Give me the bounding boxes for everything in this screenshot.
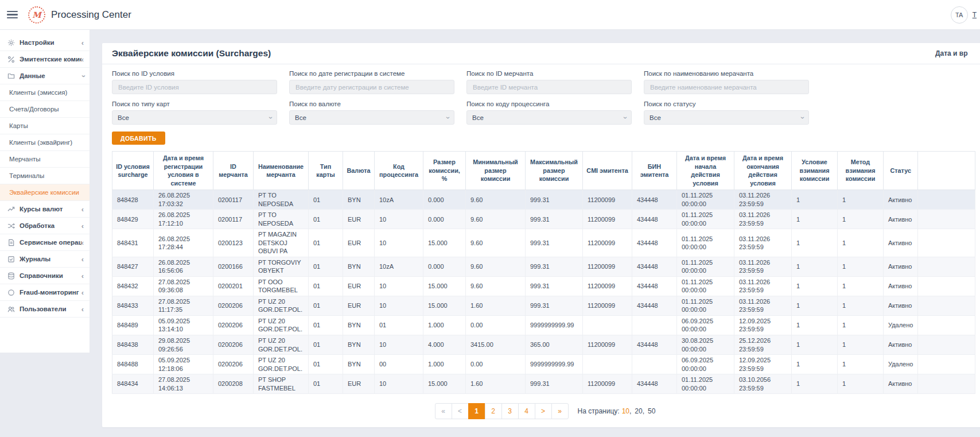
column-header-6: Код процессинга: [375, 152, 423, 190]
chevron-left-icon: ‹: [81, 39, 84, 47]
cell: 06.09.2025 00:00:00: [677, 315, 734, 335]
cell: 0.00: [466, 355, 526, 374]
sidebar-item-label: Курсы валют: [20, 206, 63, 212]
table-row-5[interactable]: 84843327.08.2025 11:17:350200206PT UZ 20…: [112, 296, 975, 315]
cell: 0200166: [213, 257, 254, 276]
logo-monogram: M: [32, 10, 41, 20]
sidebar-subitem-5[interactable]: Карты: [0, 118, 90, 134]
sidebar-subitem-8[interactable]: Терминалы: [0, 168, 90, 184]
page-4-button[interactable]: 4: [518, 403, 535, 419]
page-3-button[interactable]: 3: [501, 403, 519, 419]
cell: 999.31: [526, 229, 583, 257]
sidebar-subitem-6[interactable]: Клиенты (эквайринг): [0, 134, 90, 151]
card-type-select[interactable]: Все‹: [112, 110, 277, 125]
reg-date-input[interactable]: [289, 80, 454, 94]
cell: [583, 355, 632, 374]
folder-icon: [7, 72, 15, 80]
page-last-button[interactable]: »: [551, 403, 569, 419]
page-2-button[interactable]: 2: [485, 403, 502, 419]
hamburger-menu-icon[interactable]: [7, 11, 18, 19]
user-name-link[interactable]: T: [973, 11, 977, 19]
page-first-button[interactable]: «: [435, 403, 452, 419]
per-page-option-10[interactable]: 10: [622, 407, 629, 415]
cell: 848427: [112, 257, 154, 276]
header-right-text: Дата и вр: [935, 49, 968, 57]
cell: Активно: [884, 335, 918, 354]
sidebar: Настройки‹Эмитентские комиссии‹Данные‹Кл…: [0, 30, 90, 353]
sidebar-subitem-9[interactable]: Эквайерские комиссии: [0, 184, 90, 201]
add-button[interactable]: ДОБАВИТЬ: [112, 132, 165, 145]
sidebar-item-16[interactable]: Пользователи‹: [0, 301, 90, 318]
cell: 11200099: [583, 374, 632, 394]
sidebar-item-12[interactable]: Сервисные операции‹: [0, 234, 90, 251]
status-select[interactable]: Все‹: [644, 110, 809, 125]
cell: Активно: [884, 210, 918, 229]
sidebar-item-13[interactable]: Журналы‹: [0, 251, 90, 268]
page-1-button[interactable]: 1: [468, 403, 485, 419]
sidebar-item-11[interactable]: Обработка‹: [0, 218, 90, 234]
cell: [918, 355, 975, 374]
currency-select[interactable]: Все‹: [289, 110, 454, 125]
cell: 26.08.2025 17:12:10: [154, 210, 213, 229]
sidebar-item-10[interactable]: Курсы валют‹: [0, 201, 90, 218]
column-header-5: Валюта: [343, 152, 375, 190]
cell: BYN: [343, 335, 375, 354]
cell: 848432: [112, 276, 154, 296]
sidebar-subitem-3[interactable]: Клиенты (эмиссия): [0, 84, 90, 101]
column-header-7: Размер комиссии, %: [423, 152, 466, 190]
cell: [918, 257, 975, 276]
percent-icon: [7, 55, 15, 63]
per-page-option-20[interactable]: 20: [635, 407, 642, 415]
cell: EUR: [343, 374, 375, 394]
table-row-4[interactable]: 84843227.08.2025 09:36:080200201PT OOO T…: [112, 276, 975, 296]
table-header-row: ID условия surchargeДата и время регистр…: [112, 152, 975, 190]
sidebar-item-1[interactable]: Эмитентские комиссии‹: [0, 51, 90, 68]
filter-field: Поиск по валютеВсе‹: [289, 100, 454, 125]
merchant-name-input[interactable]: [644, 80, 809, 94]
sidebar-item-label: Данные: [20, 72, 45, 79]
cell: 26.08.2025 17:03:32: [154, 190, 213, 210]
table-row-3[interactable]: 84842726.08.2025 16:56:060200166PT TORGO…: [112, 257, 975, 276]
table-row-2[interactable]: 84843126.08.2025 17:28:440200123PT MAGAZ…: [112, 229, 975, 257]
processing-code-select[interactable]: Все‹: [466, 110, 632, 125]
condition-id-input[interactable]: [112, 80, 277, 94]
cell: PT OOO TORGMEBEL: [254, 276, 309, 296]
user-avatar[interactable]: TA: [951, 6, 968, 24]
cell: [918, 374, 975, 394]
table-row-8[interactable]: 84848805.09.2025 12:18:060200206PT UZ 20…: [112, 355, 975, 374]
cell: 11200099: [583, 210, 632, 229]
cell: [918, 335, 975, 354]
cell: 10: [375, 374, 423, 394]
cell: PT TO NEPOSEDA: [254, 210, 309, 229]
cell: 01: [309, 374, 343, 394]
sidebar-item-label: Fraud-мониторинг: [20, 289, 79, 296]
cell: 0.000: [423, 257, 466, 276]
cell: PT UZ 20 GOR.DET.POL.: [254, 296, 309, 315]
per-page-option-50[interactable]: 50: [648, 407, 655, 415]
table-row-7[interactable]: 84843829.08.2025 09:26:560200206PT UZ 20…: [112, 335, 975, 354]
page-prev-button[interactable]: <: [452, 403, 469, 419]
cell: PT TORGOVIY OBYEKT: [254, 257, 309, 276]
select-value: Все: [650, 114, 661, 121]
table-row-1[interactable]: 84842926.08.2025 17:12:100200117PT TO NE…: [112, 210, 975, 229]
merchant-id-input[interactable]: [466, 80, 632, 94]
cell: Активно: [884, 229, 918, 257]
cell: 1: [838, 335, 884, 354]
cell: 999.31: [526, 276, 583, 296]
sidebar-subitem-4[interactable]: Счета/Договоры: [0, 101, 90, 118]
sidebar-item-14[interactable]: Справочники‹: [0, 268, 90, 284]
sidebar-item-2[interactable]: Данные‹: [0, 68, 90, 84]
chevron-left-icon: ‹: [81, 305, 84, 313]
table-row-9[interactable]: 84843427.08.2025 14:06:130200208PT SHOP …: [112, 374, 975, 394]
sidebar-item-15[interactable]: Fraud-мониторинг‹: [0, 284, 90, 301]
table-row-0[interactable]: 84842826.08.2025 17:03:320200117PT TO NE…: [112, 190, 975, 210]
sidebar-subitem-7[interactable]: Мерчанты: [0, 151, 90, 168]
cell: 9.60: [466, 229, 526, 257]
chevron-left-icon: ‹: [81, 206, 84, 213]
page-next-button[interactable]: >: [535, 403, 552, 419]
cell: EUR: [343, 296, 375, 315]
cell: 1: [792, 190, 838, 210]
cell: 11200099: [583, 296, 632, 315]
table-row-6[interactable]: 84848905.09.2025 13:14:100200206PT UZ 20…: [112, 315, 975, 335]
sidebar-item-0[interactable]: Настройки‹: [0, 34, 90, 51]
